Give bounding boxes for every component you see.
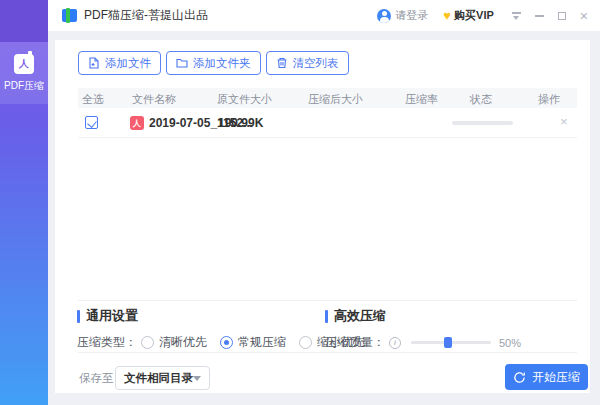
titlebar: PDF猫压缩-菩提山出品 请登录 购买VIP × [48,0,600,31]
col-compressed-size: 压缩后大小 [308,92,363,107]
app-title: PDF猫压缩-菩提山出品 [84,7,208,24]
radio-label: 常规压缩 [238,334,286,351]
radio-normal-compress[interactable]: 常规压缩 [220,334,286,351]
close-icon[interactable]: × [580,9,588,23]
section-accent-bar [77,310,80,323]
general-settings-title: 通用设置 [86,307,138,325]
col-original-size: 原文件大小 [217,92,272,107]
maximize-icon[interactable] [558,12,566,20]
radio-label: 清晰优先 [159,334,207,351]
sidebar-item-pdf-compress[interactable]: PDF压缩 [0,42,48,104]
user-avatar-icon[interactable] [377,9,391,23]
row-checkbox[interactable] [85,116,98,129]
quality-slider-handle[interactable] [444,337,452,348]
quality-slider[interactable] [411,341,491,344]
file-original-size: 190.99K [218,116,263,130]
compress-type-label: 压缩类型： [77,334,137,351]
app-logo-icon [62,9,77,22]
buy-vip-link[interactable]: 购买VIP [454,8,494,23]
radio-clarity-first[interactable]: 清晰优先 [141,334,207,351]
chevron-down-icon [193,376,201,381]
sidebar: PDF压缩 [0,0,48,405]
section-accent-bar [325,310,328,323]
table-header: 全选 文件名称 原文件大小 压缩后大小 压缩率 状态 操作 [78,88,577,108]
clear-list-label: 清空列表 [293,56,339,71]
pdf-book-icon [14,54,34,74]
app-window: PDF压缩 PDF猫压缩-菩提山出品 请登录 购买VIP × [0,0,600,405]
pdf-file-icon [130,116,144,130]
radio-icon[interactable] [299,336,312,349]
col-ratio: 压缩率 [405,92,438,107]
col-file-name: 文件名称 [132,92,176,107]
efficient-compress-title: 高效压缩 [334,307,386,325]
folder-icon [176,57,188,69]
info-icon[interactable]: i [389,337,401,349]
sidebar-corner [0,0,48,42]
add-folder-label: 添加文件夹 [193,56,251,71]
file-plus-icon [88,57,100,69]
menu-dropdown-icon[interactable] [512,12,521,19]
add-folder-button[interactable]: 添加文件夹 [166,51,261,75]
refresh-icon [513,371,526,384]
titlebar-right: 请登录 购买VIP × [377,8,588,23]
add-file-button[interactable]: 添加文件 [78,51,161,75]
save-to-value: 文件相同目录 [124,371,193,386]
sidebar-item-label: PDF压缩 [4,79,44,93]
window-controls: × [512,9,588,23]
efficient-compress-title-row: 高效压缩 [325,307,521,325]
login-link[interactable]: 请登录 [395,8,428,23]
trash-icon [276,57,288,69]
quality-label: 压缩质量： [325,334,385,351]
col-action: 操作 [538,92,560,107]
radio-icon[interactable] [220,336,233,349]
toolbar: 添加文件 添加文件夹 清空列表 [78,51,349,75]
status-progress-bar [452,121,513,125]
start-compress-label: 开始压缩 [532,369,580,386]
efficient-compress-section: 高效压缩 压缩质量： i 50% [325,307,521,351]
save-to-select[interactable]: 文件相同目录 [115,366,210,390]
settings-divider [78,300,577,301]
col-status: 状态 [470,92,492,107]
minimize-icon[interactable] [535,15,544,17]
table-row: 2019-07-05_1152... 190.99K × [78,108,577,138]
add-file-label: 添加文件 [105,56,151,71]
main-panel: 添加文件 添加文件夹 清空列表 全选 文件名称 原文件大小 压缩后大小 压缩率 [55,40,590,393]
quality-value: 50% [499,337,521,349]
quality-row: 压缩质量： i 50% [325,334,521,351]
vip-heart-icon [443,9,451,22]
col-select-all[interactable]: 全选 [82,92,104,107]
footer-divider [78,352,577,353]
radio-icon[interactable] [141,336,154,349]
start-compress-button[interactable]: 开始压缩 [505,364,588,390]
clear-list-button[interactable]: 清空列表 [266,51,349,75]
row-remove-icon[interactable]: × [560,115,568,128]
